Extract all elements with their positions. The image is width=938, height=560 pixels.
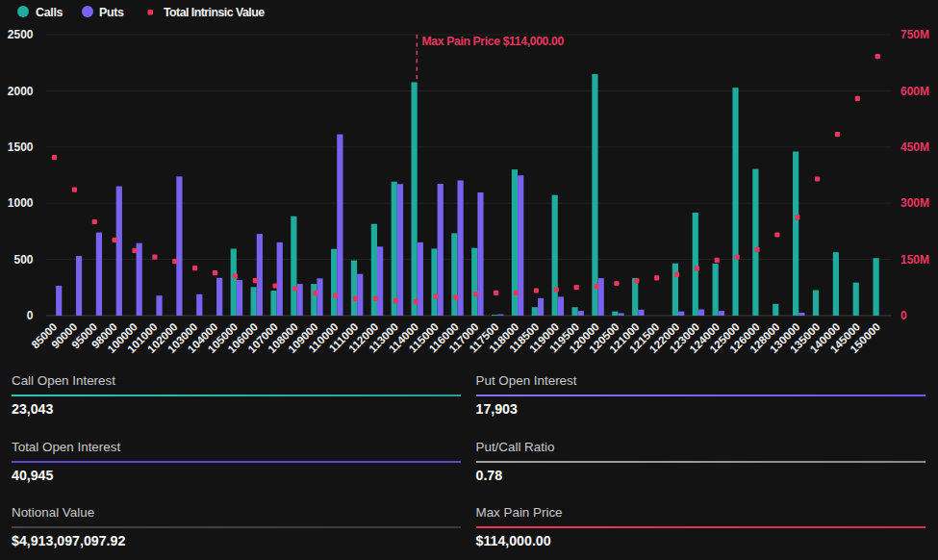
svg-text:Calls: Calls	[36, 6, 63, 19]
svg-text:500: 500	[13, 253, 33, 267]
svg-text:0: 0	[27, 309, 34, 322]
svg-text:2000: 2000	[8, 85, 34, 98]
svg-text:2500: 2500	[8, 28, 34, 41]
svg-text:450M: 450M	[900, 140, 929, 154]
svg-text:300M: 300M	[900, 196, 929, 210]
svg-text:600M: 600M	[900, 85, 929, 98]
svg-text:0: 0	[900, 309, 907, 322]
svg-text:750M: 750M	[900, 28, 929, 41]
svg-text:Max Pain Price $114,000.00: Max Pain Price $114,000.00	[422, 35, 565, 48]
svg-text:Total Intrinsic Value: Total Intrinsic Value	[164, 6, 265, 19]
svg-text:Puts: Puts	[99, 6, 124, 19]
svg-text:1000: 1000	[8, 196, 34, 210]
svg-text:1500: 1500	[8, 140, 34, 154]
svg-text:150M: 150M	[900, 253, 929, 267]
